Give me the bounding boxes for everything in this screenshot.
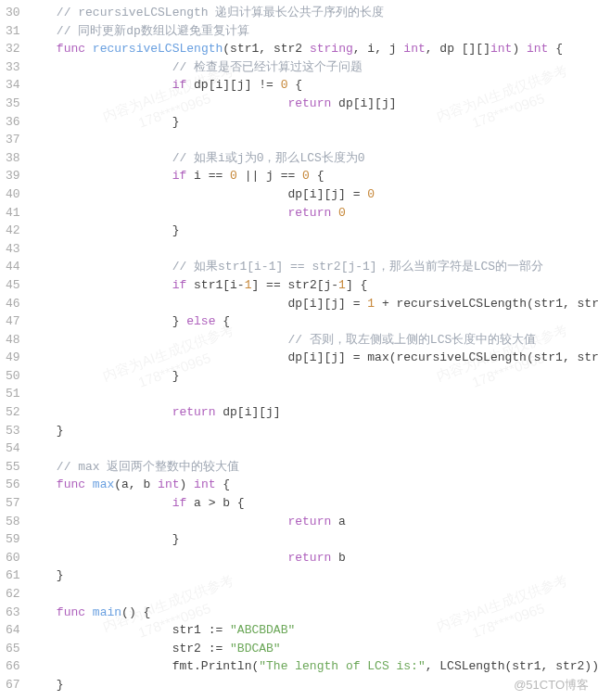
line-number: 65 — [6, 640, 20, 658]
line-number: 42 — [6, 222, 20, 240]
footer-watermark: @51CTO博客 — [514, 676, 589, 694]
code-line — [28, 439, 598, 458]
code-line: str1 := "ABCBDAB" — [28, 621, 598, 640]
code-line: if dp[i][j] != 0 { — [28, 76, 598, 95]
line-number: 53 — [6, 422, 20, 440]
code-line: } — [28, 113, 598, 132]
code-content: // recursiveLCSLength 递归计算最长公共子序列的长度 // … — [28, 0, 598, 698]
code-block: 3031323334353637383940414243444546474849… — [0, 0, 598, 698]
code-line: func main() { — [28, 604, 598, 622]
line-number: 56 — [6, 476, 20, 494]
code-line — [28, 585, 598, 604]
code-line: // 否则，取左侧或上侧的LCS长度中的较大值 — [28, 331, 598, 350]
code-line: } — [28, 422, 598, 440]
code-line — [28, 131, 598, 149]
code-line — [28, 385, 598, 403]
code-line: return b — [28, 549, 598, 567]
line-number: 58 — [6, 513, 20, 531]
code-line: fmt.Println("The length of LCS is:", LCS… — [28, 657, 598, 676]
line-number: 55 — [6, 458, 20, 477]
line-number: 50 — [6, 367, 20, 386]
line-number: 59 — [6, 530, 20, 549]
code-line: func max(a, b int) int { — [28, 476, 598, 494]
code-line: dp[i][j] = max(recursiveLCSLength(str1, … — [28, 349, 598, 367]
line-number: 31 — [6, 22, 20, 41]
code-line: return 0 — [28, 204, 598, 223]
line-number: 49 — [6, 349, 20, 367]
line-number: 40 — [6, 185, 20, 204]
line-number: 33 — [6, 58, 20, 77]
code-line: } else { — [28, 312, 598, 331]
line-number: 54 — [6, 439, 20, 458]
code-line: // 同时更新dp数组以避免重复计算 — [28, 22, 598, 41]
line-number: 43 — [6, 240, 20, 259]
line-number: 61 — [6, 566, 20, 585]
line-number: 35 — [6, 95, 20, 113]
line-number-gutter: 3031323334353637383940414243444546474849… — [0, 0, 28, 698]
line-number: 62 — [6, 585, 20, 604]
line-number: 30 — [6, 4, 20, 22]
line-number: 57 — [6, 494, 20, 513]
code-line: // 如果i或j为0，那么LCS长度为0 — [28, 149, 598, 168]
code-line: str2 := "BDCAB" — [28, 640, 598, 658]
line-number: 66 — [6, 657, 20, 676]
line-number: 67 — [6, 676, 20, 694]
code-line: // 检查是否已经计算过这个子问题 — [28, 58, 598, 77]
code-line: return a — [28, 513, 598, 531]
code-line: // recursiveLCSLength 递归计算最长公共子序列的长度 — [28, 4, 598, 22]
line-number: 64 — [6, 621, 20, 640]
line-number: 44 — [6, 258, 20, 276]
line-number: 51 — [6, 385, 20, 403]
code-line: func recursiveLCSLength(str1, str2 strin… — [28, 40, 598, 58]
line-number: 60 — [6, 549, 20, 567]
line-number: 63 — [6, 604, 20, 622]
line-number: 32 — [6, 40, 20, 58]
line-number: 45 — [6, 276, 20, 295]
line-number: 48 — [6, 331, 20, 350]
line-number: 41 — [6, 204, 20, 223]
code-line: if i == 0 || j == 0 { — [28, 167, 598, 185]
code-line: if str1[i-1] == str2[j-1] { — [28, 276, 598, 295]
code-line: } — [28, 367, 598, 386]
code-line: dp[i][j] = 0 — [28, 185, 598, 204]
code-line: return dp[i][j] — [28, 403, 598, 422]
line-number: 52 — [6, 403, 20, 422]
code-line: return dp[i][j] — [28, 95, 598, 113]
line-number: 37 — [6, 131, 20, 149]
code-line: // max 返回两个整数中的较大值 — [28, 458, 598, 477]
code-line: dp[i][j] = 1 + recursiveLCSLength(str1, … — [28, 295, 598, 313]
line-number: 36 — [6, 113, 20, 132]
code-line: // 如果str1[i-1] == str2[j-1]，那么当前字符是LCS的一… — [28, 258, 598, 276]
code-line: } — [28, 222, 598, 240]
code-line: } — [28, 530, 598, 549]
line-number: 46 — [6, 295, 20, 313]
line-number: 34 — [6, 76, 20, 95]
code-line: } — [28, 676, 598, 694]
line-number: 47 — [6, 312, 20, 331]
code-line: if a > b { — [28, 494, 598, 513]
line-number: 39 — [6, 167, 20, 185]
code-line: } — [28, 566, 598, 585]
line-number: 38 — [6, 149, 20, 168]
code-line — [28, 240, 598, 259]
